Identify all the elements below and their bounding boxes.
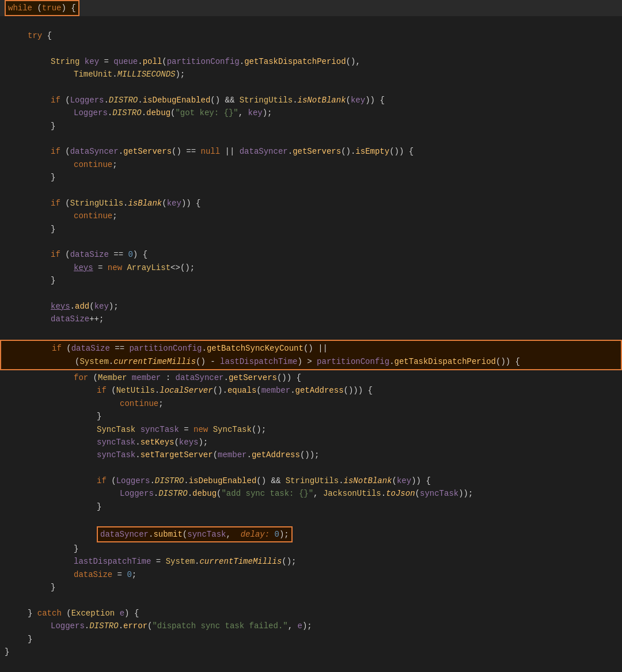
line-loggers-error: Loggers.DISTRO.error("dispatch sync task…: [0, 620, 622, 632]
line-continue-3: continue;: [0, 397, 622, 410]
line-blank-9: [0, 462, 622, 474]
line-close-if-main: }: [0, 581, 622, 594]
highlight-if-block: if (dataSize == partitionConfig.getBatch…: [0, 340, 622, 370]
line-string-key: String key = queue.poll(partitionConfig.…: [0, 55, 622, 68]
line-if-loggers-2: if (Loggers.DISTRO.isDebugEnabled() && S…: [0, 474, 622, 487]
line-blank-11: [0, 594, 622, 607]
line-loggers-debug-2: Loggers.DISTRO.debug("add sync task: {}"…: [0, 487, 622, 500]
line-close-catch: }: [0, 633, 622, 646]
line-close-if-1: }: [0, 120, 622, 132]
line-continue-1: continue;: [0, 158, 622, 171]
line-blank-3: [0, 81, 622, 93]
line-blank-8: [0, 326, 622, 339]
line-timeunit: TimeUnit.MILLISECONDS);: [0, 68, 622, 81]
line-blank-2: [0, 42, 622, 55]
line-lastdispatch: lastDispatchTime = System.currentTimeMil…: [0, 555, 622, 568]
code-editor: while (true) { try { String key = queue.…: [0, 0, 622, 659]
line-blank-6: [0, 236, 622, 248]
line-blank-7: [0, 287, 622, 300]
line-close-if-3: }: [0, 223, 622, 236]
line-close-if-4: }: [0, 274, 622, 287]
line-keys-new: keys = new ArrayList<>();: [0, 261, 622, 274]
line-while: while (true) {: [0, 0, 622, 16]
line-blank-1: [0, 16, 622, 29]
line-close-if-2: }: [0, 171, 622, 184]
line-if-servers: if (dataSyncer.getServers() == null || d…: [0, 145, 622, 158]
line-settarget: syncTask.setTargetServer(member.getAddre…: [0, 449, 622, 461]
line-catch: } catch (Exception e) {: [0, 607, 622, 620]
line-datasize-reset: dataSize = 0;: [0, 568, 622, 581]
line-blank-5: [0, 184, 622, 196]
submit-highlight: dataSyncer.submit(syncTask, delay: 0);: [97, 526, 293, 542]
line-loggers-debug-1: Loggers.DISTRO.debug("got key: {}", key)…: [0, 107, 622, 119]
line-close-for: }: [0, 542, 622, 555]
line-if-netutils: if (NetUtils.localServer().equals(member…: [0, 384, 622, 397]
line-submit: dataSyncer.submit(syncTask, delay: 0);: [0, 526, 622, 542]
line-if-loggers-1: if (Loggers.DISTRO.isDebugEnabled() && S…: [0, 94, 622, 107]
line-close-if-6: }: [0, 500, 622, 513]
line-datasize-inc: dataSize++;: [0, 313, 622, 325]
line-if-datasync-2: (System.currentTimeMillis() - lastDispat…: [1, 355, 621, 368]
line-if-datasize: if (dataSize == 0) {: [0, 248, 622, 261]
line-synctask-new: SyncTask syncTask = new SyncTask();: [0, 423, 622, 436]
line-if-datasync-1: if (dataSize == partitionConfig.getBatch…: [1, 342, 621, 355]
line-continue-2: continue;: [0, 210, 622, 222]
line-blank-4: [0, 132, 622, 145]
line-close-while: }: [0, 646, 622, 658]
line-keys-add: keys.add(key);: [0, 300, 622, 313]
line-if-blank: if (StringUtils.isBlank(key)) {: [0, 197, 622, 210]
line-try: try {: [0, 29, 622, 42]
line-for-member: for (Member member : dataSyncer.getServe…: [0, 371, 622, 384]
line-blank-10: [0, 513, 622, 526]
while-highlight: while (true) {: [5, 0, 79, 16]
line-close-if-5: }: [0, 410, 622, 423]
line-setkeys: syncTask.setKeys(keys);: [0, 436, 622, 449]
